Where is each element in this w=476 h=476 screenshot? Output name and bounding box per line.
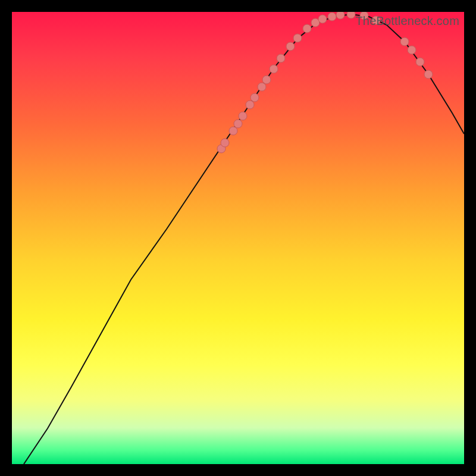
data-marker — [408, 46, 416, 54]
data-marker — [258, 83, 266, 91]
data-marker — [400, 37, 409, 46]
data-marker — [328, 12, 336, 21]
plot-area: TheBottleneck.com — [12, 12, 464, 464]
data-marker — [416, 58, 424, 66]
data-marker — [246, 101, 254, 109]
data-marker — [347, 12, 355, 18]
data-marker — [234, 120, 242, 128]
data-marker — [262, 76, 271, 84]
data-marker — [221, 139, 229, 147]
watermark-text: TheBottleneck.com — [355, 14, 459, 28]
data-marker — [250, 93, 259, 102]
data-marker — [239, 112, 247, 120]
data-marker — [286, 42, 295, 51]
data-marker — [336, 12, 345, 19]
data-marker — [318, 15, 327, 23]
data-marker — [229, 127, 237, 135]
data-marker — [270, 65, 278, 73]
data-marker — [277, 54, 285, 62]
data-marker — [424, 70, 433, 79]
data-markers — [217, 12, 433, 153]
bottleneck-curve — [24, 14, 464, 464]
chart-frame: TheBottleneck.com — [12, 12, 464, 464]
chart-svg — [12, 12, 464, 464]
data-marker — [303, 24, 311, 33]
data-marker — [293, 34, 302, 42]
